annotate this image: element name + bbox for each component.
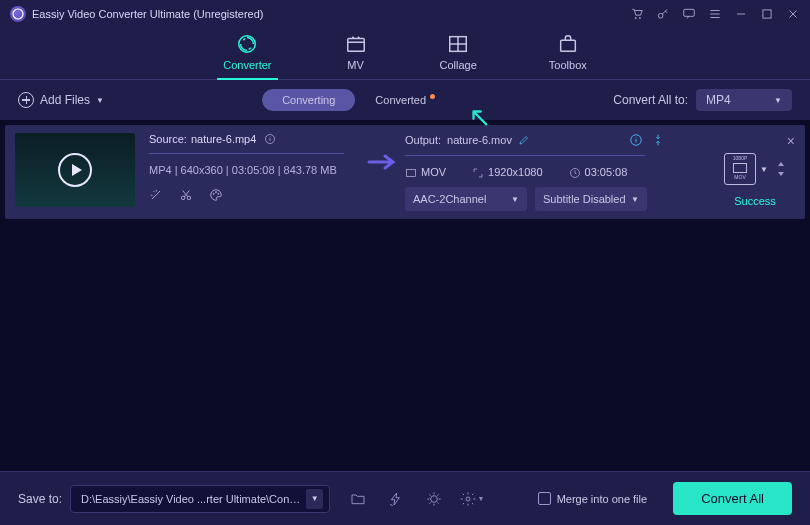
divider (149, 153, 344, 154)
svg-rect-9 (560, 40, 575, 51)
nav-mv[interactable]: MV (338, 29, 374, 79)
chevron-down-icon: ▼ (96, 96, 104, 105)
feedback-icon[interactable] (682, 7, 696, 21)
remove-item-button[interactable]: × (787, 133, 795, 149)
nav-converter[interactable]: Converter (217, 29, 277, 79)
footer: Save to: D:\Eassiy\Eassiy Video ...rter … (0, 471, 810, 525)
palette-icon[interactable] (209, 188, 223, 202)
open-folder-button[interactable] (344, 485, 372, 513)
source-column: Source: nature-6.mp4 MP4 | 640x360 | 03:… (149, 133, 359, 202)
gpu-accel-button[interactable] (382, 485, 410, 513)
play-icon (58, 153, 92, 187)
nav-toolbox[interactable]: Toolbox (543, 29, 593, 79)
sort-icon[interactable] (776, 160, 786, 178)
convert-all-to-label: Convert All to: (613, 93, 688, 107)
video-thumbnail[interactable] (15, 133, 135, 207)
info-icon[interactable] (264, 133, 276, 145)
tab-converting[interactable]: Converting (262, 89, 355, 111)
source-filename: nature-6.mp4 (191, 133, 256, 145)
output-format: MOV (405, 166, 446, 179)
svg-point-14 (215, 192, 216, 193)
edit-icon[interactable] (518, 134, 530, 146)
plus-icon (18, 92, 34, 108)
titlebar: Eassiy Video Converter Ultimate (Unregis… (0, 0, 810, 28)
merge-checkbox[interactable]: Merge into one file (538, 492, 648, 505)
info-circle-icon[interactable] (629, 133, 643, 147)
svg-point-15 (218, 193, 219, 194)
nav-toolbox-label: Toolbox (549, 59, 587, 71)
star-wand-icon[interactable] (149, 188, 163, 202)
svg-rect-4 (684, 9, 695, 16)
save-to-label: Save to: (18, 492, 62, 506)
output-profile-button[interactable]: 1080P MOV ▼ (724, 153, 786, 185)
logo-icon (10, 6, 26, 22)
svg-point-19 (431, 495, 438, 502)
maximize-icon[interactable] (760, 7, 774, 21)
high-speed-button[interactable] (420, 485, 448, 513)
key-icon[interactable] (656, 7, 670, 21)
file-item: Source: nature-6.mp4 MP4 | 640x360 | 03:… (5, 125, 805, 219)
cut-icon[interactable] (179, 188, 193, 202)
source-meta: MP4 | 640x360 | 03:05:08 | 843.78 MB (149, 164, 359, 176)
close-icon[interactable] (786, 7, 800, 21)
svg-point-13 (213, 193, 214, 194)
item-right-column: × 1080P MOV ▼ Success (715, 133, 795, 207)
save-path-select[interactable]: D:\Eassiy\Eassiy Video ...rter Ultimate\… (70, 485, 330, 513)
add-files-button[interactable]: Add Files ▼ (18, 92, 104, 108)
minimize-icon[interactable] (734, 7, 748, 21)
chevron-down-icon: ▼ (306, 489, 323, 509)
arrow-right-icon (367, 153, 397, 171)
app-title: Eassiy Video Converter Ultimate (Unregis… (32, 8, 264, 20)
output-resolution: 1920x1080 (472, 166, 542, 179)
profile-icon: 1080P MOV (724, 153, 756, 185)
output-filename: nature-6.mov (447, 134, 512, 146)
merge-label: Merge into one file (557, 493, 648, 505)
save-path-value: D:\Eassiy\Eassiy Video ...rter Ultimate\… (81, 493, 302, 505)
divider (405, 155, 645, 156)
svg-rect-5 (763, 10, 771, 18)
output-column: Output: nature-6.mov MOV 1920x1080 03:05… (405, 133, 665, 211)
nav-collage-label: Collage (440, 59, 477, 71)
svg-rect-7 (347, 39, 364, 52)
checkbox-icon (538, 492, 551, 505)
svg-rect-17 (407, 170, 416, 177)
add-files-label: Add Files (40, 93, 90, 107)
arrow-column (359, 133, 405, 171)
svg-point-3 (658, 13, 663, 18)
nav-converter-label: Converter (223, 59, 271, 71)
cart-icon[interactable] (630, 7, 644, 21)
audio-dropdown[interactable]: AAC-2Channel▼ (405, 187, 527, 211)
svg-point-0 (13, 9, 23, 19)
svg-point-20 (466, 497, 470, 501)
subbar: Add Files ▼ Converting Converted Convert… (0, 80, 810, 120)
convert-all-button[interactable]: Convert All (673, 482, 792, 515)
nav-mv-label: MV (347, 59, 364, 71)
svg-point-2 (639, 18, 640, 19)
menu-icon[interactable] (708, 7, 722, 21)
settings-button[interactable]: ▼ (458, 485, 486, 513)
subtitle-dropdown[interactable]: Subtitle Disabled▼ (535, 187, 647, 211)
source-label: Source: (149, 133, 187, 145)
output-duration: 03:05:08 (569, 166, 628, 179)
output-label: Output: (405, 134, 441, 146)
app-logo-icon (10, 6, 26, 22)
format-select[interactable]: MP4 ▼ (696, 89, 792, 111)
chevron-down-icon: ▼ (774, 96, 782, 105)
compress-icon[interactable] (651, 133, 665, 147)
status-text: Success (734, 195, 776, 207)
status-tabs: Converting Converted (262, 89, 455, 111)
tab-converted[interactable]: Converted (355, 89, 455, 111)
chevron-down-icon: ▼ (760, 165, 768, 174)
format-value: MP4 (706, 93, 731, 107)
svg-point-1 (635, 18, 636, 19)
main-nav: Converter MV Collage Toolbox (0, 28, 810, 80)
nav-collage[interactable]: Collage (434, 29, 483, 79)
